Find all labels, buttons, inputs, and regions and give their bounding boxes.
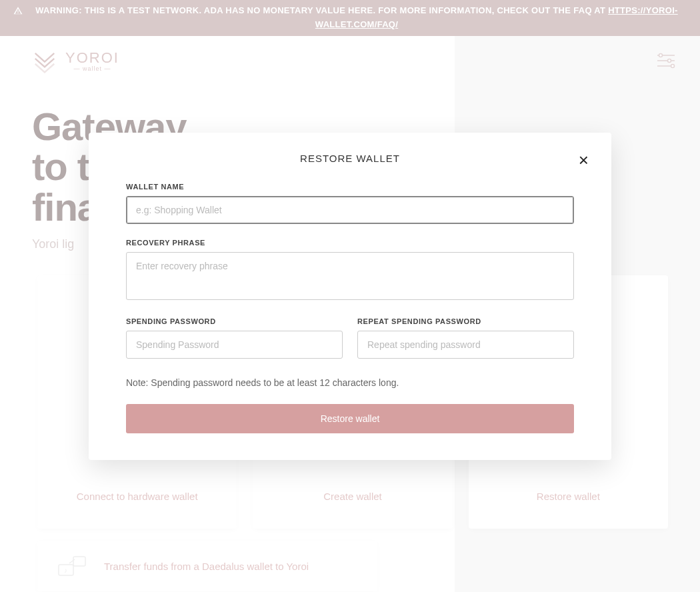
close-icon[interactable]: × [579, 151, 589, 169]
spending-password-label: SPENDING PASSWORD [126, 317, 343, 325]
password-length-note: Note: Spending password needs to be at l… [126, 377, 574, 388]
spending-password-input[interactable] [126, 331, 343, 359]
modal-overlay: RESTORE WALLET × WALLET NAME RECOVERY PH… [0, 0, 700, 592]
restore-wallet-modal: RESTORE WALLET × WALLET NAME RECOVERY PH… [89, 133, 611, 460]
restore-wallet-button[interactable]: Restore wallet [126, 404, 574, 433]
recovery-phrase-input[interactable] [126, 252, 574, 300]
repeat-spending-password-label: REPEAT SPENDING PASSWORD [357, 317, 574, 325]
modal-title: RESTORE WALLET [126, 153, 574, 164]
recovery-phrase-label: RECOVERY PHRASE [126, 239, 574, 247]
wallet-name-label: WALLET NAME [126, 183, 574, 191]
repeat-spending-password-input[interactable] [357, 331, 574, 359]
wallet-name-input[interactable] [126, 196, 574, 224]
